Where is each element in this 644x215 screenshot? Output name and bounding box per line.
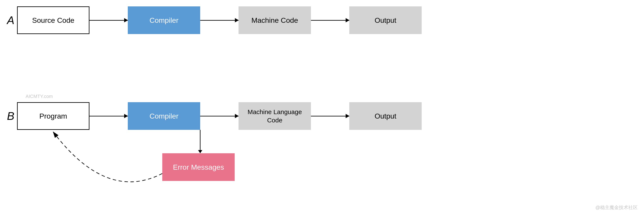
box-program: Program (17, 102, 90, 130)
row-a: A Source Code Compiler Machine Code Outp… (0, 6, 644, 34)
diagram-container: A Source Code Compiler Machine Code Outp… (0, 0, 644, 215)
arrow-2 (200, 20, 238, 21)
box-output-b: Output (349, 102, 422, 130)
box-output-a: Output (349, 6, 422, 34)
arrow-3 (311, 20, 349, 21)
label-a: A (0, 14, 17, 26)
box-source-code: Source Code (17, 6, 90, 34)
watermark-1: AICMTY.com (26, 94, 53, 99)
row-b: B Program Compiler Machine LanguageCode … (0, 102, 644, 130)
box-compiler-a: Compiler (128, 6, 200, 34)
arrow-1 (90, 20, 128, 21)
arrow-6 (311, 116, 349, 116)
watermark-2: @稳主魔金技术社区 (596, 204, 638, 211)
label-b: B (0, 110, 17, 122)
box-machine-code: Machine Code (238, 6, 311, 34)
box-compiler-b: Compiler (128, 102, 200, 130)
arrow-5 (200, 116, 238, 116)
svg-marker-1 (198, 150, 202, 153)
box-machine-language: Machine LanguageCode (238, 102, 311, 130)
arrow-4 (90, 116, 128, 116)
box-error-messages: Error Messages (162, 153, 235, 181)
